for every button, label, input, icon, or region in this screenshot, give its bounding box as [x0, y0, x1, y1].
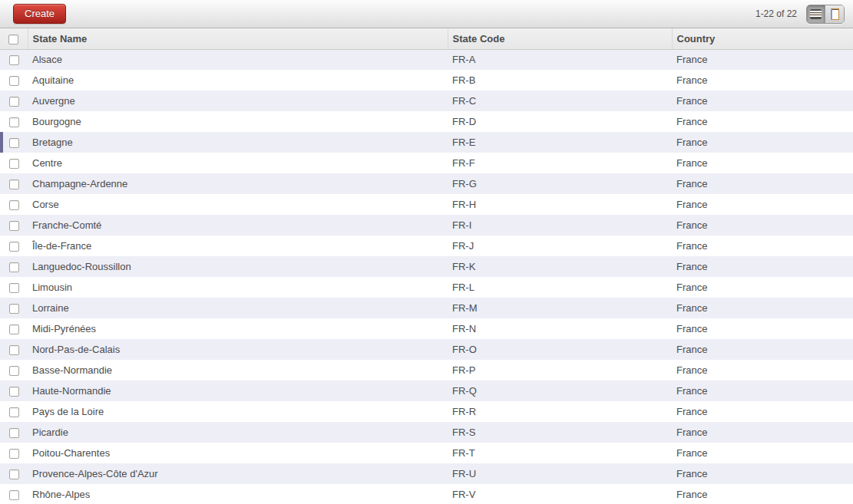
table-row[interactable]: Auvergne FR-C France [0, 91, 853, 111]
country-cell[interactable]: France [672, 215, 853, 236]
row-checkbox[interactable] [9, 221, 19, 231]
row-checkbox[interactable] [9, 76, 19, 86]
row-checkbox[interactable] [9, 159, 19, 169]
column-header-state-name[interactable]: State Name [28, 28, 448, 49]
state-code-cell[interactable]: FR-O [448, 339, 672, 360]
table-row[interactable]: Picardie FR-S France [0, 422, 853, 443]
table-row[interactable]: Basse-Normandie FR-P France [0, 360, 853, 380]
row-checkbox[interactable] [9, 117, 19, 127]
state-code-cell[interactable]: FR-E [448, 132, 672, 153]
state-name-cell[interactable]: Basse-Normandie [28, 360, 448, 380]
row-checkbox[interactable] [9, 262, 19, 272]
row-checkbox[interactable] [9, 97, 19, 107]
country-cell[interactable]: France [672, 132, 853, 153]
state-name-cell[interactable]: Poitou-Charentes [28, 443, 448, 463]
state-name-cell[interactable]: Nord-Pas-de-Calais [28, 339, 448, 360]
row-checkbox[interactable] [9, 242, 19, 252]
state-name-cell[interactable]: Centre [28, 153, 448, 173]
country-cell[interactable]: France [672, 298, 853, 318]
state-name-cell[interactable]: Aquitaine [28, 70, 448, 91]
column-header-state-code[interactable]: State Code [448, 28, 672, 49]
table-row[interactable]: Franche-Comté FR-I France [0, 215, 853, 236]
table-row[interactable]: Île-de-France FR-J France [0, 236, 853, 256]
row-checkbox[interactable] [9, 200, 19, 210]
country-cell[interactable]: France [672, 422, 853, 443]
country-cell[interactable]: France [672, 380, 853, 401]
select-all-checkbox[interactable] [8, 35, 18, 44]
state-name-cell[interactable]: Languedoc-Roussillon [28, 256, 448, 277]
row-checkbox[interactable] [9, 345, 19, 355]
create-button[interactable]: Create [13, 4, 66, 24]
table-row[interactable]: Languedoc-Roussillon FR-K France [0, 256, 853, 277]
state-name-cell[interactable]: Bourgogne [28, 111, 448, 132]
table-row[interactable]: Pays de la Loire FR-R France [0, 401, 853, 422]
table-row[interactable]: Haute-Normandie FR-Q France [0, 380, 853, 401]
state-name-cell[interactable]: Franche-Comté [28, 215, 448, 236]
state-name-cell[interactable]: Limousin [28, 277, 448, 298]
table-row[interactable]: Corse FR-H France [0, 194, 853, 215]
table-row[interactable]: Champagne-Ardenne FR-G France [0, 173, 853, 194]
state-code-cell[interactable]: FR-A [448, 49, 672, 70]
state-name-cell[interactable]: Champagne-Ardenne [28, 173, 448, 194]
country-cell[interactable]: France [672, 49, 853, 70]
state-code-cell[interactable]: FR-I [448, 215, 672, 236]
table-row[interactable]: Bourgogne FR-D France [0, 111, 853, 132]
state-name-cell[interactable]: Rhône-Alpes [28, 484, 448, 504]
table-row[interactable]: Centre FR-F France [0, 153, 853, 173]
state-code-cell[interactable]: FR-F [448, 153, 672, 173]
state-name-cell[interactable]: Île-de-France [28, 236, 448, 256]
table-row[interactable]: Aquitaine FR-B France [0, 70, 853, 91]
state-code-cell[interactable]: FR-J [448, 236, 672, 256]
state-name-cell[interactable]: Bretagne [28, 132, 448, 153]
table-row[interactable]: Poitou-Charentes FR-T France [0, 443, 853, 463]
country-cell[interactable]: France [672, 256, 853, 277]
state-code-cell[interactable]: FR-K [448, 256, 672, 277]
country-cell[interactable]: France [672, 463, 853, 484]
country-cell[interactable]: France [672, 401, 853, 422]
table-row[interactable]: Rhône-Alpes FR-V France [0, 484, 853, 504]
row-checkbox[interactable] [9, 324, 19, 334]
country-cell[interactable]: France [672, 318, 853, 339]
state-code-cell[interactable]: FR-U [448, 463, 672, 484]
table-row[interactable]: Limousin FR-L France [0, 277, 853, 298]
state-name-cell[interactable]: Haute-Normandie [28, 380, 448, 401]
form-view-button[interactable] [825, 5, 844, 23]
state-name-cell[interactable]: Lorraine [28, 298, 448, 318]
country-cell[interactable]: France [672, 236, 853, 256]
table-row[interactable]: Alsace FR-A France [0, 49, 853, 70]
state-code-cell[interactable]: FR-D [448, 111, 672, 132]
state-code-cell[interactable]: FR-B [448, 70, 672, 91]
row-checkbox[interactable] [9, 138, 19, 148]
row-checkbox[interactable] [9, 366, 19, 376]
country-cell[interactable]: France [672, 277, 853, 298]
state-code-cell[interactable]: FR-S [448, 422, 672, 443]
row-checkbox[interactable] [9, 428, 19, 438]
state-name-cell[interactable]: Pays de la Loire [28, 401, 448, 422]
country-cell[interactable]: France [672, 173, 853, 194]
state-code-cell[interactable]: FR-L [448, 277, 672, 298]
state-code-cell[interactable]: FR-G [448, 173, 672, 194]
state-name-cell[interactable]: Corse [28, 194, 448, 215]
row-checkbox[interactable] [9, 55, 19, 65]
state-code-cell[interactable]: FR-R [448, 401, 672, 422]
country-cell[interactable]: France [672, 443, 853, 463]
list-view-button[interactable] [807, 5, 825, 23]
row-checkbox[interactable] [9, 469, 19, 479]
row-checkbox[interactable] [9, 407, 19, 417]
state-code-cell[interactable]: FR-M [448, 298, 672, 318]
country-cell[interactable]: France [672, 111, 853, 132]
state-code-cell[interactable]: FR-Q [448, 380, 672, 401]
country-cell[interactable]: France [672, 194, 853, 215]
state-code-cell[interactable]: FR-T [448, 443, 672, 463]
state-code-cell[interactable]: FR-N [448, 318, 672, 339]
country-cell[interactable]: France [672, 339, 853, 360]
state-code-cell[interactable]: FR-P [448, 360, 672, 380]
column-header-country[interactable]: Country [672, 28, 853, 49]
table-row[interactable]: Lorraine FR-M France [0, 298, 853, 318]
table-row[interactable]: Bretagne FR-E France [0, 132, 853, 153]
row-checkbox[interactable] [9, 490, 19, 500]
state-name-cell[interactable]: Picardie [28, 422, 448, 443]
table-row[interactable]: Provence-Alpes-Côte d'Azur FR-U France [0, 463, 853, 484]
state-name-cell[interactable]: Alsace [28, 49, 448, 70]
row-checkbox[interactable] [9, 304, 19, 314]
